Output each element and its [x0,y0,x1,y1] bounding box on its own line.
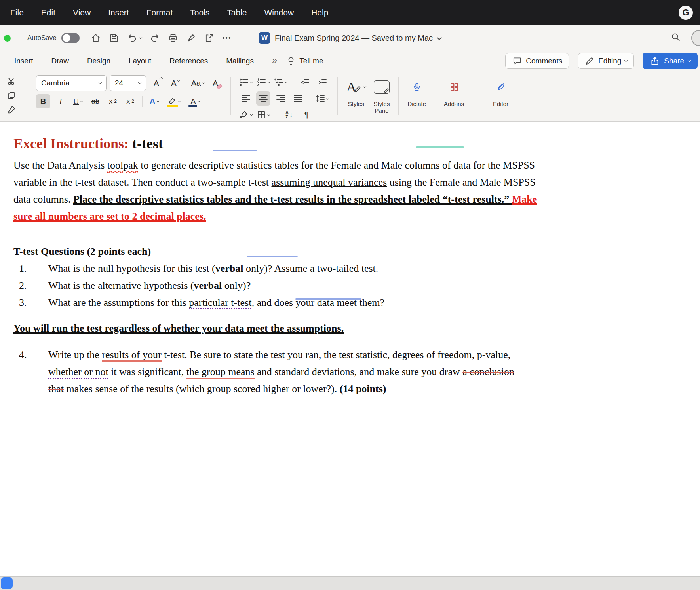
bottom-scroll-strip[interactable] [0,576,700,590]
menu-edit[interactable]: Edit [41,8,55,17]
chevron-down-icon[interactable] [437,35,442,40]
home-icon[interactable] [91,33,101,43]
document-title[interactable]: Final Exam Spring 2024 — Saved to my Mac [275,34,433,43]
justify-button[interactable] [291,91,305,106]
underline-glyph: U [73,97,79,106]
align-right-button[interactable] [274,91,288,106]
document-canvas[interactable]: Excel Instructions: t-test Use the Data … [0,122,700,576]
bold-button[interactable]: B [36,94,50,108]
print-icon[interactable] [168,33,178,43]
sort-z-glyph: Z [285,115,289,119]
italic-button[interactable]: I [53,94,68,108]
autosave-label: AutoSave [27,34,57,42]
styles-button[interactable]: A [346,76,366,98]
copy-icon[interactable] [7,91,16,102]
menu-format[interactable]: Format [146,8,173,17]
group-divider [230,77,231,115]
change-case-button[interactable]: Aa [191,76,205,90]
editing-label: Editing [598,57,621,65]
menu-tools[interactable]: Tools [190,8,209,17]
search-icon[interactable] [671,32,681,44]
redo-icon[interactable] [150,33,160,43]
strikethrough-button[interactable]: ab [88,94,103,108]
clear-formatting-button[interactable]: A [208,76,223,90]
subscript-base: x [109,97,112,106]
save-icon[interactable] [109,33,119,43]
font-name-select[interactable]: Cambria [36,75,107,91]
menu-help[interactable]: Help [311,8,328,17]
text-segment: Write up the [48,349,102,360]
cut-icon[interactable] [7,76,16,87]
decrease-indent-button[interactable] [298,75,312,89]
avatar[interactable] [691,30,700,46]
tell-me-button[interactable]: Tell me [286,56,323,66]
more-tabs-icon[interactable]: » [272,55,277,66]
increase-indent-button[interactable] [315,75,329,89]
show-paragraph-marks-button[interactable]: ¶ [299,108,314,122]
points-bold-text: (14 points) [340,383,386,395]
review-pen-icon[interactable] [186,33,196,43]
menu-view[interactable]: View [73,8,91,17]
grammarly-icon[interactable]: G [679,6,693,20]
autosave-toggle[interactable] [61,33,80,43]
list-item-3: 3. What are the assumptions for this par… [13,294,684,311]
comments-label: Comments [526,57,562,65]
numbering-button[interactable] [256,75,270,89]
tab-draw[interactable]: Draw [51,57,69,65]
text-segment: only)? [222,280,251,291]
heading-black-text: t-test [132,136,163,152]
chevron-down-icon [363,85,366,88]
traffic-light-green[interactable] [4,35,11,42]
line-spacing-button[interactable] [315,91,329,106]
text-segment: What is the null hypothesis for this tes… [48,263,215,274]
paragraph-instructions: Use the Data Analysis toolpak to generat… [13,157,542,225]
menu-file[interactable]: File [10,8,24,17]
text-effects-button[interactable]: A [147,94,162,108]
tab-insert[interactable]: Insert [14,57,33,65]
chevron-down-icon [197,99,200,102]
styles-pane-button[interactable] [374,76,390,98]
dictate-button[interactable] [410,76,424,98]
grow-font-button[interactable]: A [149,76,164,90]
editing-mode-button[interactable]: Editing [578,53,634,69]
tab-design[interactable]: Design [87,57,110,65]
shrink-font-button[interactable]: A [167,76,181,90]
align-center-button[interactable] [256,91,270,106]
bullets-icon [239,78,249,87]
bullets-button[interactable] [239,75,253,89]
tab-mailings[interactable]: Mailings [226,57,254,65]
undo-icon[interactable] [127,33,142,43]
underline-button[interactable]: U [71,94,85,108]
caret-down-icon [177,78,180,82]
addins-button[interactable] [447,76,461,98]
menu-window[interactable]: Window [264,8,294,17]
format-painter-icon[interactable] [7,105,16,116]
ink-annotation-teal [416,146,464,148]
share-button[interactable]: Share [643,53,698,69]
text-segment: it was significant, [108,366,186,378]
more-commands-icon[interactable]: ••• [223,34,232,42]
tab-references[interactable]: References [169,57,208,65]
multilevel-list-button[interactable] [274,75,288,89]
highlight-button[interactable] [165,94,183,108]
superscript-button[interactable]: x2 [123,94,137,108]
sort-button[interactable]: A Z ↓ [282,108,296,122]
borders-button[interactable] [256,108,270,122]
share-document-icon[interactable] [204,33,215,43]
shading-button[interactable] [239,108,253,122]
editor-button[interactable] [494,76,508,98]
subscript-button[interactable]: x2 [106,94,120,108]
change-case-glyph: Aa [191,79,201,88]
tab-layout[interactable]: Layout [129,57,151,65]
comments-button[interactable]: Comments [505,53,569,69]
dictate-group: Dictate [403,74,430,118]
list-number: 3. [13,294,48,311]
chevron-down-icon [326,96,329,99]
font-color-button[interactable]: A [186,94,204,108]
text-segment: only)? Assume a two-tailed test. [243,263,379,274]
menu-table[interactable]: Table [227,8,247,17]
align-left-button[interactable] [239,91,253,106]
menu-insert[interactable]: Insert [108,8,129,17]
group-divider [186,78,186,89]
font-size-select[interactable]: 24 [110,75,146,91]
